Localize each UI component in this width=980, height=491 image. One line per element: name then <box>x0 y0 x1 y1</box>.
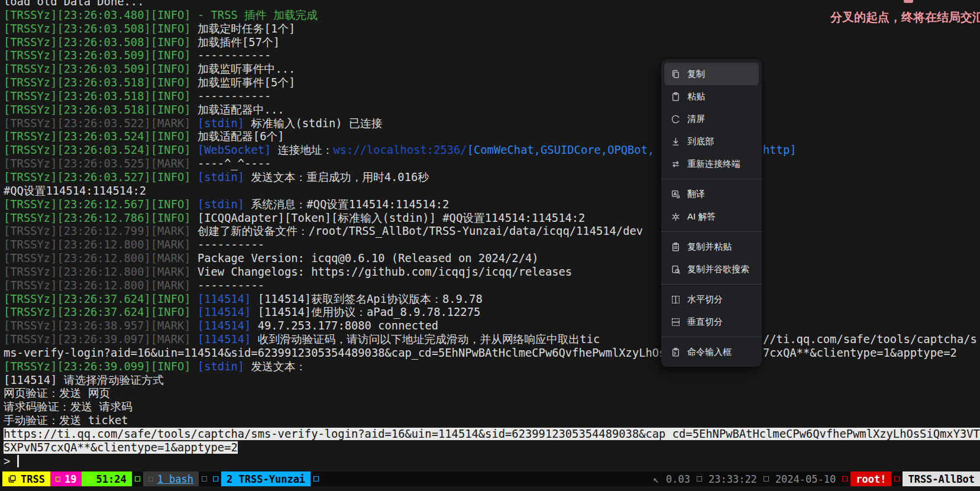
menu-item-copy[interactable]: 复制 <box>664 63 759 85</box>
terminal-text: 加载定时任务[1个] <box>198 22 295 35</box>
terminal-cursor <box>17 455 19 467</box>
window-flag-square <box>842 476 848 482</box>
terminal-output[interactable]: load old Data Done...[TRSSYz][23:26:03.4… <box>4 0 980 469</box>
menu-item-horizontal-split[interactable]: 水平切分 <box>664 288 759 311</box>
menu-item-label: AI 解答 <box>687 211 716 222</box>
terminal-text: 网页验证：发送 网页 <box>4 387 110 399</box>
terminal-text: 发送文本： <box>244 360 306 373</box>
terminal-text: [TRSSYz][23:26:03.480][INFO] <box>4 9 198 21</box>
bar-segment-label: 51:24 <box>96 473 126 485</box>
menu-item-copy-and-google-search[interactable]: 复制并谷歌搜索 <box>664 258 759 280</box>
terminal-line: [TRSSYz][23:26:12.800][MARK] ---------- <box>4 279 980 293</box>
menu-divider <box>661 284 762 285</box>
terminal-text: [TRSSYz][23:26:12.800][MARK] <box>4 238 198 251</box>
bar-segment-label: root! <box>856 473 886 485</box>
menu-item-to-bottom[interactable]: 到底部 <box>664 130 759 153</box>
window-flag-square <box>56 477 60 482</box>
menu-divider <box>661 179 762 179</box>
terminal-text: ----------- <box>198 90 271 102</box>
terminal-line: SXPvN57cxQA**&clientype=1&apptype=2 <box>4 441 980 455</box>
menu-divider <box>661 337 762 337</box>
clear-icon <box>671 114 681 124</box>
terminal-line: [TRSSYz][23:26:12.799][MARK] 创建了新的设备文件：/… <box>4 225 980 238</box>
terminal-text: https://ti.qq.com/safe/tools/captcha/sms… <box>4 428 980 440</box>
terminal-text: 发送文本：重启成功，用时4.016秒 <box>244 171 429 183</box>
terminal-line: [TRSSYz][23:26:12.567][INFO] [stdin] 系统消… <box>4 198 980 212</box>
bar-segment-label: 2 TRSS-Yunzai <box>227 473 305 485</box>
terminal-text: [TRSSYz][23:26:03.518][INFO] <box>4 104 198 116</box>
menu-item-label: 水平切分 <box>687 294 723 305</box>
menu-item-clear-screen[interactable]: 清屏 <box>664 108 759 130</box>
terminal-line: [TRSSYz][23:26:12.800][MARK] Package Ver… <box>4 252 980 266</box>
terminal-text: [stdin] <box>198 360 244 373</box>
terminal-text: 49.7.253.177:8080 connected <box>251 319 438 332</box>
bar-segment-session-time: 51:24 <box>82 471 131 486</box>
bar-segment-hostname: TRSS-AllBot <box>903 471 980 486</box>
menu-item-ai-answer[interactable]: AI 解答 <box>664 205 759 228</box>
menu-item-translate[interactable]: 翻译 <box>664 183 759 205</box>
date: 2024-05-10 <box>775 473 836 485</box>
status-bar-right: ↖0.0323:33:222024-05-10root!TRSS-AllBot <box>649 471 980 486</box>
menu-item-label: 命令输入框 <box>687 347 732 358</box>
command-input-icon <box>671 347 681 357</box>
terminal-line: [TRSSYz][23:26:03.509][INFO] ----------- <box>4 49 980 63</box>
menu-item-label: 清屏 <box>687 114 705 125</box>
menu-item-copy-and-paste[interactable]: 复制并粘贴 <box>664 235 759 258</box>
menu-item-label: 复制并谷歌搜索 <box>687 264 749 275</box>
terminal-text: [TRSSYz][23:26:03.525][MARK] <box>4 157 198 170</box>
terminal-line: 网页验证：发送 网页 <box>4 387 980 400</box>
menu-item-vertical-split[interactable]: 垂直切分 <box>664 311 759 333</box>
terminal-line: [TRSSYz][23:26:03.527][INFO] [stdin] 发送文… <box>4 171 980 185</box>
terminal-line: [TRSSYz][23:26:38.957][MARK] [114514] 49… <box>4 319 980 333</box>
terminal-text: [TRSSYz][23:26:03.524][INFO] <box>4 144 198 156</box>
bar-segment-session-trss[interactable]: TRSS <box>2 471 50 486</box>
window-flag-square <box>213 476 218 482</box>
menu-item-reconnect-terminal[interactable]: 重新连接终端 <box>664 153 759 175</box>
nw-arrow-icon: ↖ <box>653 473 659 485</box>
terminal-text: [TRSSYz][23:26:37.624][INFO] <box>4 306 198 318</box>
terminal-line: [TRSSYz][23:26:37.624][INFO] [114514] [1… <box>4 306 980 319</box>
menu-item-paste[interactable]: 粘贴 <box>664 85 759 108</box>
menu-item-command-input[interactable]: 命令输入框 <box>664 341 759 363</box>
terminal-text: [stdin] <box>198 198 244 211</box>
terminal-text: load old Data Done... <box>4 0 144 8</box>
bar-segment-label: 19 <box>64 473 76 485</box>
menu-item-label: 粘贴 <box>687 91 705 102</box>
danmaku-fragment <box>904 0 913 3</box>
terminal-text: [TRSSYz][23:26:39.099][INFO] <box>4 360 198 373</box>
terminal-text: [114514] <box>198 306 251 318</box>
horizontal-split-icon <box>671 295 681 305</box>
terminal-text: #QQ设置114514:114514:2 <box>4 185 146 197</box>
terminal-line: [TRSSYz][23:26:03.524][INFO] 加载适配器[6个] <box>4 130 980 144</box>
terminal-text: ---------- <box>198 279 264 292</box>
terminal-line: [TRSSYz][23:26:03.524][INFO] [WebSocket]… <box>4 144 980 157</box>
terminal-text: [114514] <box>198 333 251 345</box>
terminal-line: ms-verify-login?aid=16&uin=114514&sid=62… <box>4 347 980 360</box>
paste-icon <box>671 92 681 102</box>
terminal-text: [TRSSYz][23:26:03.518][INFO] <box>4 90 198 102</box>
terminal-text: [TRSSYz][23:26:37.624][INFO] <box>4 293 198 305</box>
terminal-text: [TRSSYz][23:26:12.567][INFO] <box>4 198 198 211</box>
menu-divider <box>661 231 762 232</box>
terminal-text: 加载监听事件中... <box>198 63 295 75</box>
terminal-text: [WebSocket] <box>198 144 271 156</box>
bar-segment-window-2-trss-yunzai[interactable]: 2 TRSS-Yunzai <box>221 471 311 486</box>
window-flag-square <box>202 476 207 482</box>
terminal-text: //ti.qq.com/safe/tools/captcha/s <box>763 333 977 347</box>
bar-segment-label: 1 bash <box>157 473 193 485</box>
terminal-line: [TRSSYz][23:26:03.509][INFO] 加载监听事件中... <box>4 63 980 76</box>
menu-item-label: 复制并粘贴 <box>687 241 732 253</box>
terminal-text: [TRSSYz][23:26:03.509][INFO] <box>4 63 198 75</box>
bar-segment-window-1-bash[interactable]: 1 bash <box>143 471 199 486</box>
terminal-line: https://ti.qq.com/safe/tools/captcha/sms… <box>4 428 980 441</box>
terminal-text: 加载监听事件[5个] <box>198 76 295 89</box>
reconnect-icon <box>671 159 681 169</box>
terminal-text: [TRSSYz][23:26:12.786][INFO] <box>4 212 198 224</box>
terminal-text: Package Version: icqq@0.6.10 (Released o… <box>198 252 539 264</box>
terminal-text: [TRSSYz][23:26:39.097][MARK] <box>4 333 198 345</box>
terminal-text: [stdin] <box>198 117 244 130</box>
terminal-text: [TRSSYz][23:26:03.522][MARK] <box>4 117 198 130</box>
terminal-line: [TRSSYz][23:26:03.518][INFO] ----------- <box>4 90 980 104</box>
terminal-text: 加载适配器[6个] <box>198 130 284 143</box>
terminal-text: [114514] <box>198 293 251 305</box>
